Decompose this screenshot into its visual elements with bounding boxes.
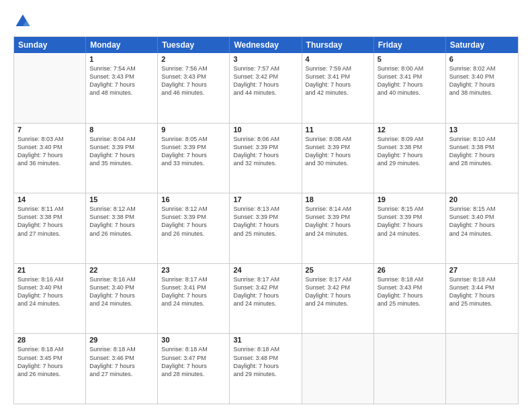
cell-info-line: Daylight: 7 hours <box>161 291 226 300</box>
calendar-cell: 7Sunrise: 8:03 AMSunset: 3:40 PMDaylight… <box>14 124 86 193</box>
cell-info-line: Sunset: 3:40 PM <box>449 73 515 81</box>
cell-info-line: and 24 minutes. <box>89 300 154 308</box>
cell-info-line: Sunset: 3:39 PM <box>161 213 226 221</box>
calendar-cell: 22Sunrise: 8:16 AMSunset: 3:40 PMDayligh… <box>86 264 158 334</box>
calendar-cell: 3Sunrise: 7:57 AMSunset: 3:42 PMDaylight… <box>230 53 302 123</box>
calendar-body: 1Sunrise: 7:54 AMSunset: 3:43 PMDaylight… <box>14 53 518 404</box>
calendar-cell <box>446 334 518 404</box>
day-number: 14 <box>17 195 82 203</box>
cell-info-line: Sunset: 3:41 PM <box>378 73 442 81</box>
cell-info-line: Daylight: 7 hours <box>306 81 370 89</box>
cell-info-line: Daylight: 7 hours <box>89 291 154 300</box>
day-number: 7 <box>17 126 82 134</box>
calendar-cell: 28Sunrise: 8:18 AMSunset: 3:45 PMDayligh… <box>14 334 86 404</box>
cell-info-line: Daylight: 7 hours <box>306 221 370 229</box>
calendar-cell: 26Sunrise: 8:18 AMSunset: 3:43 PMDayligh… <box>374 264 446 334</box>
cell-info-line: Sunrise: 8:08 AM <box>306 135 370 143</box>
day-number: 4 <box>306 55 370 63</box>
cell-info-line: and 26 minutes. <box>161 230 226 238</box>
day-number: 22 <box>89 266 154 274</box>
cell-info-line: Daylight: 7 hours <box>17 291 82 300</box>
cell-info-line: Sunset: 3:42 PM <box>233 283 298 291</box>
cell-info-line: Sunrise: 8:11 AM <box>17 205 82 213</box>
day-number: 15 <box>89 195 154 203</box>
day-number: 1 <box>89 55 154 63</box>
cell-info-line: and 24 minutes. <box>306 230 370 238</box>
cell-info-line: Sunset: 3:39 PM <box>161 143 226 151</box>
cell-info-line: and 44 minutes. <box>233 89 298 97</box>
calendar-cell: 27Sunrise: 8:18 AMSunset: 3:44 PMDayligh… <box>446 264 518 334</box>
cell-info-line: Daylight: 7 hours <box>89 81 154 89</box>
day-number: 10 <box>233 126 298 134</box>
cell-info-line: and 24 minutes. <box>161 300 226 308</box>
calendar-cell: 18Sunrise: 8:14 AMSunset: 3:39 PMDayligh… <box>302 193 374 263</box>
cell-info-line: Daylight: 7 hours <box>449 291 515 300</box>
day-number: 11 <box>306 126 370 134</box>
cell-info-line: Sunset: 3:39 PM <box>233 143 298 151</box>
day-number: 25 <box>306 266 370 274</box>
cell-info-line: and 24 minutes. <box>306 300 370 308</box>
cell-info-line: Sunset: 3:39 PM <box>306 213 370 221</box>
cell-info-line: and 29 minutes. <box>378 159 442 167</box>
cell-info-line: Sunset: 3:40 PM <box>17 143 82 151</box>
cell-info-line: Daylight: 7 hours <box>449 221 515 229</box>
day-number: 21 <box>17 266 82 274</box>
calendar-cell: 10Sunrise: 8:06 AMSunset: 3:39 PMDayligh… <box>230 124 302 193</box>
day-number: 29 <box>89 336 154 344</box>
page: SundayMondayTuesdayWednesdayThursdayFrid… <box>0 0 532 411</box>
cell-info-line: Daylight: 7 hours <box>233 221 298 229</box>
calendar-week-row: 21Sunrise: 8:16 AMSunset: 3:40 PMDayligh… <box>14 264 518 334</box>
cell-info-line: Sunset: 3:43 PM <box>89 73 154 81</box>
cell-info-line: Sunrise: 8:16 AM <box>17 275 82 283</box>
cell-info-line: Sunrise: 8:12 AM <box>161 205 226 213</box>
day-number: 9 <box>161 126 226 134</box>
day-number: 13 <box>449 126 515 134</box>
cell-info-line: Daylight: 7 hours <box>306 291 370 300</box>
calendar-cell: 2Sunrise: 7:56 AMSunset: 3:43 PMDaylight… <box>158 53 230 123</box>
cell-info-line: Sunrise: 7:56 AM <box>161 64 226 73</box>
cell-info-line: Sunrise: 8:17 AM <box>306 275 370 283</box>
calendar-cell <box>374 334 446 404</box>
day-number: 16 <box>161 195 226 203</box>
cell-info-line: Sunset: 3:39 PM <box>378 213 442 221</box>
day-number: 6 <box>449 55 515 63</box>
calendar-cell: 13Sunrise: 8:10 AMSunset: 3:38 PMDayligh… <box>446 124 518 193</box>
calendar-cell: 30Sunrise: 8:18 AMSunset: 3:47 PMDayligh… <box>158 334 230 404</box>
day-number: 31 <box>233 336 298 344</box>
cell-info-line: and 30 minutes. <box>306 159 370 167</box>
cell-info-line: and 32 minutes. <box>233 159 298 167</box>
cell-info-line: Daylight: 7 hours <box>161 362 226 370</box>
header <box>13 12 519 31</box>
cell-info-line: Sunrise: 8:18 AM <box>378 275 442 283</box>
cell-info-line: Daylight: 7 hours <box>233 362 298 370</box>
calendar-cell: 29Sunrise: 8:18 AMSunset: 3:46 PMDayligh… <box>86 334 158 404</box>
cell-info-line: and 26 minutes. <box>17 370 82 378</box>
cell-info-line: Daylight: 7 hours <box>233 81 298 89</box>
cell-info-line: and 27 minutes. <box>17 230 82 238</box>
calendar: SundayMondayTuesdayWednesdayThursdayFrid… <box>13 36 519 404</box>
cell-info-line: Daylight: 7 hours <box>378 151 442 159</box>
cell-info-line: Sunrise: 8:17 AM <box>233 275 298 283</box>
cell-info-line: and 29 minutes. <box>233 370 298 378</box>
cell-info-line: Sunrise: 8:02 AM <box>449 64 515 73</box>
cell-info-line: Sunrise: 8:15 AM <box>449 205 515 213</box>
cell-info-line: Sunrise: 8:05 AM <box>161 135 226 143</box>
day-number: 20 <box>449 195 515 203</box>
cell-info-line: Daylight: 7 hours <box>449 151 515 159</box>
cell-info-line: Sunset: 3:41 PM <box>161 283 226 291</box>
cell-info-line: and 28 minutes. <box>449 159 515 167</box>
cell-info-line: Sunrise: 8:18 AM <box>89 345 154 353</box>
cell-info-line: Sunrise: 7:59 AM <box>306 64 370 73</box>
calendar-cell <box>14 53 86 123</box>
cell-info-line: Sunrise: 8:18 AM <box>161 345 226 353</box>
cell-info-line: Sunset: 3:45 PM <box>17 354 82 362</box>
cell-info-line: Sunrise: 8:16 AM <box>89 275 154 283</box>
day-number: 26 <box>378 266 442 274</box>
cell-info-line: and 38 minutes. <box>449 89 515 97</box>
cell-info-line: Daylight: 7 hours <box>89 151 154 159</box>
logo-icon <box>13 12 32 31</box>
cell-info-line: Sunrise: 7:54 AM <box>89 64 154 73</box>
cell-info-line: Daylight: 7 hours <box>449 81 515 89</box>
cell-info-line: Sunset: 3:44 PM <box>449 283 515 291</box>
calendar-header: SundayMondayTuesdayWednesdayThursdayFrid… <box>14 37 518 53</box>
